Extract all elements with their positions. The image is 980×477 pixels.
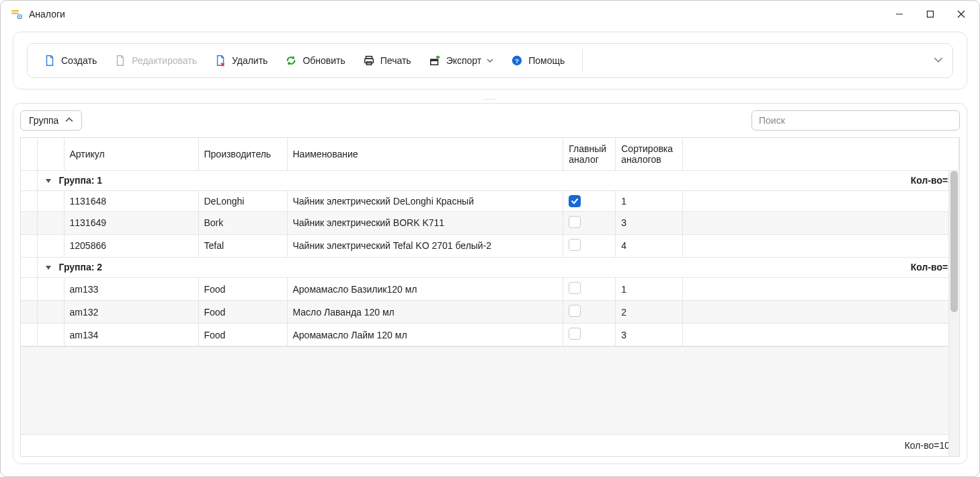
grid-panel: Группа Артикул Производитель — [13, 103, 967, 464]
group-count: Кол-во=3 — [911, 175, 953, 186]
column-name[interactable]: Наименование — [287, 138, 563, 170]
delete-label: Удалить — [232, 55, 268, 66]
table-row[interactable]: 1131648DeLonghiЧайник электрический DeLo… — [21, 190, 959, 211]
svg-point-3 — [19, 16, 20, 17]
app-icon — [9, 7, 24, 22]
cell-manufacturer[interactable]: Tefal — [198, 234, 287, 257]
cell-article[interactable]: am133 — [64, 278, 198, 301]
cell-sort[interactable]: 4 — [616, 234, 683, 257]
cell-extra — [683, 301, 959, 324]
cell-main-analog[interactable] — [563, 211, 616, 234]
cell-sort[interactable]: 1 — [616, 278, 683, 301]
group-row[interactable]: Группа: 2Кол-во=3 — [21, 257, 959, 277]
app-window: Аналоги Создать — [0, 0, 980, 477]
edit-label: Редактировать — [132, 55, 197, 66]
window-maximize-button[interactable] — [915, 1, 946, 28]
document-new-icon — [44, 54, 56, 67]
cell-article[interactable]: am134 — [64, 324, 198, 346]
column-sort-analogs[interactable]: Сортировкааналогов — [616, 138, 683, 170]
cell-name[interactable]: Масло Лаванда 120 мл — [287, 301, 563, 324]
svg-rect-1 — [11, 13, 19, 14]
group-count: Кол-во=3 — [911, 262, 953, 272]
cell-article[interactable]: am132 — [64, 301, 198, 324]
grid-footer: Кол-во=10 — [21, 434, 959, 456]
cell-article[interactable]: 1131649 — [64, 211, 198, 234]
window-title: Аналоги — [29, 9, 65, 20]
panel-splitter[interactable]: ····· — [1, 95, 979, 103]
grid-empty-area — [21, 346, 959, 434]
table-row[interactable]: am133FoodАромамасло Базилик120 мл1 — [21, 278, 959, 301]
column-manufacturer[interactable]: Производитель — [198, 138, 287, 170]
titlebar: Аналоги — [1, 1, 979, 28]
cell-manufacturer[interactable]: Bork — [198, 211, 287, 234]
edit-button[interactable]: Редактировать — [108, 50, 204, 71]
svg-rect-5 — [928, 11, 934, 17]
main-analog-checkbox[interactable] — [569, 328, 581, 340]
cell-manufacturer[interactable]: Food — [198, 278, 287, 301]
help-button[interactable]: ? Помощь — [504, 50, 571, 71]
toolbar-panel: Создать Редактировать — [13, 32, 967, 89]
column-article[interactable]: Артикул — [64, 138, 198, 170]
toolbar-overflow-button[interactable] — [934, 55, 943, 67]
cell-extra — [683, 278, 959, 301]
cell-main-analog[interactable] — [563, 324, 616, 346]
refresh-button[interactable]: Обновить — [278, 50, 352, 71]
group-label: Группа: 1 — [59, 175, 103, 186]
column-selector[interactable] — [21, 138, 37, 170]
cell-main-analog[interactable] — [563, 278, 616, 301]
main-analog-checkbox[interactable] — [569, 239, 581, 251]
help-label: Помощь — [528, 55, 565, 66]
delete-button[interactable]: Удалить — [208, 50, 274, 71]
groupby-chip[interactable]: Группа — [20, 110, 82, 131]
svg-rect-12 — [430, 59, 438, 61]
grid-toolbar: Группа — [20, 110, 960, 131]
print-button[interactable]: Печать — [356, 50, 418, 71]
group-collapse-icon[interactable] — [43, 176, 54, 186]
cell-manufacturer[interactable]: Food — [198, 324, 287, 346]
cell-main-analog[interactable] — [563, 234, 616, 257]
chevron-up-icon — [65, 115, 73, 126]
group-row[interactable]: Группа: 1Кол-во=3 — [21, 170, 959, 190]
cell-sort[interactable]: 1 — [616, 190, 683, 211]
cell-name[interactable]: Чайник электрический BORK K711 — [287, 211, 563, 234]
window-close-button[interactable] — [946, 1, 977, 28]
main-analog-checkbox[interactable] — [569, 305, 581, 317]
main-analog-checkbox[interactable] — [569, 195, 581, 207]
table-row[interactable]: 1205866TefalЧайник электрический Tefal K… — [21, 234, 959, 257]
cell-extra — [683, 234, 959, 257]
toolbar: Создать Редактировать — [27, 43, 953, 78]
cell-name[interactable]: Аромамасло Лайм 120 мл — [287, 324, 563, 346]
cell-main-analog[interactable] — [563, 301, 616, 324]
document-edit-icon — [114, 54, 126, 67]
scrollbar-thumb[interactable] — [950, 171, 958, 312]
cell-main-analog[interactable] — [563, 190, 616, 211]
vertical-scrollbar[interactable] — [948, 171, 959, 456]
cell-article[interactable]: 1205866 — [64, 234, 198, 257]
table-row[interactable]: am134FoodАромамасло Лайм 120 мл3 — [21, 324, 959, 346]
search-input[interactable] — [751, 110, 960, 131]
cell-manufacturer[interactable]: DeLonghi — [198, 190, 287, 211]
cell-name[interactable]: Чайник электрический Tefal KO 2701 белый… — [287, 234, 563, 257]
cell-manufacturer[interactable]: Food — [198, 301, 287, 324]
cell-sort[interactable]: 2 — [616, 301, 683, 324]
table-row[interactable]: am132FoodМасло Лаванда 120 мл2 — [21, 301, 959, 324]
column-main-analog[interactable]: Главныйаналог — [563, 138, 616, 170]
main-analog-checkbox[interactable] — [569, 282, 581, 294]
export-button[interactable]: Экспорт — [422, 50, 501, 71]
data-grid: Артикул Производитель Наименование Главн… — [20, 137, 960, 457]
export-label: Экспорт — [446, 55, 482, 66]
window-minimize-button[interactable] — [884, 1, 915, 28]
cell-name[interactable]: Чайник электрический DeLonghi Красный — [287, 190, 563, 211]
cell-name[interactable]: Аромамасло Базилик120 мл — [287, 278, 563, 301]
cell-sort[interactable]: 3 — [616, 324, 683, 346]
cell-sort[interactable]: 3 — [616, 211, 683, 234]
group-collapse-icon[interactable] — [43, 262, 54, 273]
main-analog-checkbox[interactable] — [569, 216, 581, 228]
cell-article[interactable]: 1131648 — [64, 190, 198, 211]
cell-extra — [683, 190, 959, 211]
column-group-indent — [37, 138, 64, 170]
create-button[interactable]: Создать — [37, 50, 104, 71]
cell-extra — [683, 324, 959, 346]
toolbar-separator — [582, 49, 583, 72]
table-row[interactable]: 1131649BorkЧайник электрический BORK K71… — [21, 211, 959, 234]
